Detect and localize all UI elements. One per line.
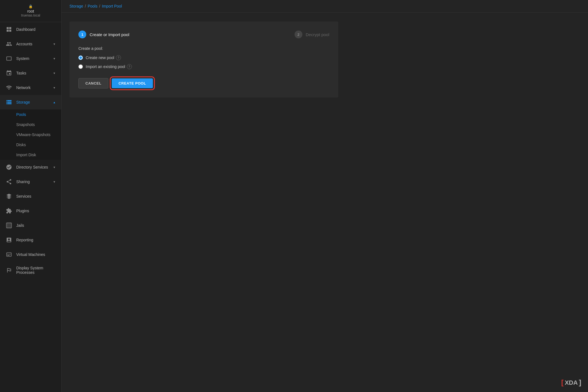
sidebar-item-label-jails: Jails [16,223,56,228]
directory-expand-icon: ▼ [53,166,56,169]
sidebar-item-system[interactable]: System ▼ [0,51,61,66]
radio-option-create-new[interactable]: Create new pool ? [78,55,329,60]
sidebar: 🔒 root truenas.local Dashboard Accounts … [0,0,62,392]
sidebar-item-label-storage: Storage [16,100,53,104]
sidebar-item-services[interactable]: Services [0,189,61,204]
breadcrumb: Storage / Pools / Import Pool [62,0,588,13]
reporting-icon [6,237,12,243]
xda-text: XDA [565,379,578,386]
tasks-icon [6,70,12,76]
subnav-item-snapshots[interactable]: Snapshots [0,120,61,130]
radio-import-existing-pool[interactable] [78,64,83,69]
jails-icon [6,222,12,229]
plugins-icon [6,207,12,214]
storage-icon [6,99,12,106]
sidebar-username: root [27,9,34,13]
storage-subnav: Pools Snapshots VMware-Snapshots Disks I… [0,109,61,160]
wizard-button-row: CANCEL CREATE POOL [78,78,329,88]
xda-watermark: [ XDA ] [561,378,581,387]
tasks-expand-icon: ▼ [53,72,56,75]
sidebar-item-label-display-system-processes: Display System Processes [16,266,56,275]
sidebar-item-display-system-processes[interactable]: Display System Processes [0,262,61,279]
sidebar-item-jails[interactable]: Jails [0,218,61,233]
main-content: Storage / Pools / Import Pool 1 Create o… [62,0,588,392]
sidebar-item-tasks[interactable]: Tasks ▼ [0,66,61,80]
sidebar-item-label-system: System [16,56,53,61]
network-expand-icon: ▼ [53,86,56,89]
sidebar-item-directory-services[interactable]: Directory Services ▼ [0,160,61,174]
page-content: 1 Create or Import pool 2 Decrypt pool C… [62,13,588,392]
sharing-icon [6,178,12,185]
system-expand-icon: ▼ [53,57,56,60]
wizard-step-1: 1 Create or Import pool [78,31,129,38]
radio-option-import-existing[interactable]: Import an existing pool ? [78,64,329,69]
accounts-icon [6,41,12,47]
sidebar-item-label-plugins: Plugins [16,209,56,213]
radio-create-new-pool[interactable] [78,55,83,60]
breadcrumb-storage[interactable]: Storage [69,4,83,8]
breadcrumb-sep-1: / [85,4,86,8]
processes-icon [6,267,12,274]
sidebar-item-plugins[interactable]: Plugins [0,204,61,218]
sidebar-item-network[interactable]: Network ▼ [0,80,61,95]
step-1-label: Create or Import pool [90,32,129,37]
dashboard-icon [6,26,12,33]
wizard-step-2: 2 Decrypt pool [295,31,329,38]
sidebar-item-sharing[interactable]: Sharing ▼ [0,174,61,189]
breadcrumb-sep-2: / [99,4,100,8]
create-pool-button[interactable]: CREATE POOL [112,78,153,88]
network-icon [6,84,12,91]
sidebar-item-label-accounts: Accounts [16,42,53,46]
system-icon [6,55,12,62]
create-pool-form: Create a pool: Create new pool ? [78,46,329,88]
pool-type-radio-group: Create new pool ? Import an existing poo… [78,55,329,69]
sharing-expand-icon: ▼ [53,180,56,183]
radio-import-existing-label: Import an existing pool ? [86,64,132,69]
storage-expand-icon: ▲ [53,101,56,104]
lock-icon: 🔒 [29,4,33,8]
services-icon [6,193,12,200]
sidebar-item-label-dashboard: Dashboard [16,27,56,32]
subnav-item-vmware-snapshots[interactable]: VMware-Snapshots [0,130,61,140]
sidebar-item-accounts[interactable]: Accounts ▼ [0,37,61,51]
wizard-card: 1 Create or Import pool 2 Decrypt pool C… [69,22,338,97]
radio-create-new-label: Create new pool ? [86,55,121,60]
sidebar-item-label-network: Network [16,85,53,90]
accounts-expand-icon: ▼ [53,43,56,46]
breadcrumb-current: Import Pool [102,4,122,8]
sidebar-hostname: truenas.local [21,13,40,17]
sidebar-item-label-services: Services [16,194,56,199]
step-2-circle: 2 [295,31,302,38]
step-1-circle: 1 [78,31,86,38]
wizard-steps-header: 1 Create or Import pool 2 Decrypt pool [78,31,329,38]
xda-bracket-right: ] [579,378,581,387]
vm-icon [6,251,12,258]
sidebar-item-label-tasks: Tasks [16,71,53,75]
directory-services-icon [6,164,12,171]
breadcrumb-pools[interactable]: Pools [88,4,97,8]
subnav-item-pools[interactable]: Pools [0,109,61,120]
step-2-label: Decrypt pool [306,32,329,37]
sidebar-item-label-sharing: Sharing [16,179,53,184]
sidebar-item-reporting[interactable]: Reporting [0,233,61,247]
sidebar-item-label-directory-services: Directory Services [16,165,53,169]
subnav-item-import-disk[interactable]: Import Disk [0,150,61,160]
import-existing-help-icon[interactable]: ? [127,64,132,69]
subnav-item-disks[interactable]: Disks [0,140,61,150]
sidebar-item-dashboard[interactable]: Dashboard [0,22,61,37]
create-new-help-icon[interactable]: ? [116,55,121,60]
form-section-title: Create a pool: [78,46,329,51]
cancel-button[interactable]: CANCEL [78,78,108,88]
sidebar-item-label-reporting: Reporting [16,238,56,242]
sidebar-item-virtual-machines[interactable]: Virtual Machines [0,247,61,262]
sidebar-item-label-virtual-machines: Virtual Machines [16,252,56,257]
xda-bracket-left: [ [561,378,564,387]
sidebar-item-storage[interactable]: Storage ▲ [0,95,61,109]
sidebar-header: 🔒 root truenas.local [0,0,61,22]
